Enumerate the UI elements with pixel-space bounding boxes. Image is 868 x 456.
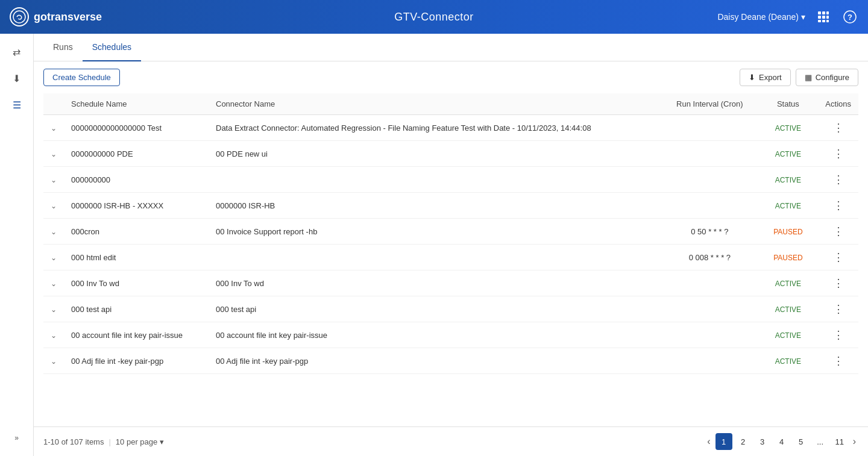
- status-cell: PAUSED: [758, 245, 818, 270]
- col-header-actions: Actions: [818, 93, 858, 115]
- status-badge: ACTIVE: [775, 176, 801, 184]
- run-interval-cell: [661, 296, 758, 322]
- connector-name-cell: [209, 167, 661, 193]
- actions-cell: ⋮: [818, 167, 858, 193]
- sidebar: ⇄ ⬇ ☰ »: [0, 34, 34, 456]
- run-interval-cell: 0 50 * * * ?: [661, 219, 758, 245]
- table-row: ⌄ 00000000000000000 Test Data Extract Co…: [43, 115, 858, 141]
- page-button-4[interactable]: 4: [773, 433, 790, 450]
- svg-rect-5: [822, 16, 825, 19]
- svg-rect-6: [826, 16, 829, 19]
- page-button-1[interactable]: 1: [715, 433, 732, 450]
- status-badge: ACTIVE: [775, 357, 801, 366]
- more-actions-button[interactable]: ⋮: [829, 302, 848, 316]
- expand-button[interactable]: ⌄: [51, 331, 57, 340]
- status-badge: ACTIVE: [775, 124, 801, 133]
- page-button-5[interactable]: 5: [793, 433, 810, 450]
- expand-button[interactable]: ⌄: [51, 305, 57, 314]
- more-actions-button[interactable]: ⋮: [829, 146, 848, 161]
- connector-name-cell: 0000000 ISR-HB: [209, 193, 661, 219]
- status-cell: ACTIVE: [758, 193, 818, 219]
- connector-name-cell: 00 Invoice Support report -hb: [209, 219, 661, 245]
- sidebar-bottom: »: [6, 427, 28, 449]
- expand-button[interactable]: ⌄: [51, 202, 57, 210]
- expand-button[interactable]: ⌄: [51, 150, 57, 158]
- brand-icon: [10, 7, 29, 27]
- export-button[interactable]: ⬇ Export: [740, 69, 791, 86]
- schedule-name-cell: 0000000 ISR-HB - XXXXX: [64, 193, 209, 219]
- expand-button[interactable]: ⌄: [51, 228, 57, 236]
- run-interval-cell: [661, 141, 758, 167]
- expand-button[interactable]: ⌄: [51, 254, 57, 262]
- page-button-3[interactable]: 3: [754, 433, 771, 450]
- help-icon[interactable]: ?: [841, 8, 858, 25]
- status-badge: ACTIVE: [775, 280, 801, 288]
- toolbar-right: ⬇ Export ▦ Configure: [740, 69, 858, 86]
- table-row: ⌄ 000 test api 000 test api ACTIVE ⋮: [43, 296, 858, 322]
- svg-rect-8: [822, 20, 825, 22]
- run-interval-cell: [661, 348, 758, 374]
- sidebar-item-download[interactable]: ⬇: [6, 67, 28, 89]
- schedule-name-cell: 000 test api: [64, 296, 209, 322]
- per-page-select[interactable]: 10 per page ▾: [116, 437, 164, 446]
- expand-cell: ⌄: [43, 141, 64, 167]
- svg-rect-4: [818, 16, 821, 19]
- brand-name: gotransverse: [34, 11, 102, 23]
- connector-name-cell: Data Extract Connector: Automated Regres…: [209, 115, 661, 141]
- expand-cell: ⌄: [43, 322, 64, 348]
- status-badge: ACTIVE: [775, 331, 801, 340]
- more-actions-button[interactable]: ⋮: [829, 120, 848, 135]
- create-schedule-button[interactable]: Create Schedule: [43, 69, 120, 86]
- filter-icon: ⇄: [13, 46, 20, 58]
- table-row: ⌄ 000 html edit 0 008 * * * ? PAUSED ⋮: [43, 245, 858, 270]
- expand-button[interactable]: ⌄: [51, 280, 57, 288]
- status-cell: ACTIVE: [758, 270, 818, 296]
- run-interval-cell: [661, 322, 758, 348]
- status-badge: PAUSED: [773, 254, 802, 262]
- actions-cell: ⋮: [818, 270, 858, 296]
- table-container: Schedule Name Connector Name Run Interva…: [34, 93, 868, 426]
- configure-button[interactable]: ▦ Configure: [796, 69, 858, 86]
- more-actions-button[interactable]: ⋮: [829, 250, 848, 264]
- sidebar-item-expand[interactable]: »: [6, 427, 28, 449]
- expand-cell: ⌄: [43, 219, 64, 245]
- status-cell: PAUSED: [758, 219, 818, 245]
- status-cell: ACTIVE: [758, 141, 818, 167]
- more-actions-button[interactable]: ⋮: [829, 354, 848, 368]
- nav-right: Daisy Deane (Deane) ▾ ?: [717, 8, 858, 25]
- content-area: Runs Schedules Create Schedule ⬇ Export …: [34, 34, 868, 456]
- svg-rect-1: [818, 11, 821, 14]
- schedules-table: Schedule Name Connector Name Run Interva…: [43, 93, 858, 374]
- expand-button[interactable]: ⌄: [51, 357, 57, 366]
- expand-cell: ⌄: [43, 193, 64, 219]
- status-badge: ACTIVE: [775, 150, 801, 158]
- status-cell: ACTIVE: [758, 322, 818, 348]
- pagination-prev-button[interactable]: ‹: [705, 436, 712, 447]
- table-row: ⌄ 000cron 00 Invoice Support report -hb …: [43, 219, 858, 245]
- schedule-name-cell: 00 account file int key pair-issue: [64, 322, 209, 348]
- sidebar-item-list[interactable]: ☰: [6, 94, 28, 116]
- more-actions-button[interactable]: ⋮: [829, 224, 848, 239]
- sidebar-item-filter[interactable]: ⇄: [6, 41, 28, 63]
- page-button-2[interactable]: 2: [735, 433, 752, 450]
- page-button-11[interactable]: 11: [831, 433, 848, 450]
- tab-schedules[interactable]: Schedules: [83, 34, 141, 61]
- table-row: ⌄ 00 Adj file int -key pair-pgp 00 Adj f…: [43, 348, 858, 374]
- more-actions-button[interactable]: ⋮: [829, 198, 848, 213]
- col-header-connector-name: Connector Name: [209, 93, 661, 115]
- run-interval-cell: [661, 115, 758, 141]
- connector-name-cell: 00 PDE new ui: [209, 141, 661, 167]
- page-ellipsis: ...: [812, 433, 829, 450]
- actions-cell: ⋮: [818, 219, 858, 245]
- user-menu[interactable]: Daisy Deane (Deane) ▾: [717, 12, 805, 22]
- more-actions-button[interactable]: ⋮: [829, 172, 848, 187]
- grid-icon[interactable]: [815, 8, 832, 25]
- tab-runs[interactable]: Runs: [43, 34, 83, 61]
- expand-button[interactable]: ⌄: [51, 176, 57, 184]
- brand-logo[interactable]: gotransverse: [10, 7, 102, 27]
- more-actions-button[interactable]: ⋮: [829, 276, 848, 290]
- pagination-next-button[interactable]: ›: [851, 436, 858, 447]
- more-actions-button[interactable]: ⋮: [829, 328, 848, 342]
- expand-button[interactable]: ⌄: [51, 124, 57, 133]
- pagination-right: ‹ 1 2 3 4 5 ... 11 ›: [705, 433, 858, 450]
